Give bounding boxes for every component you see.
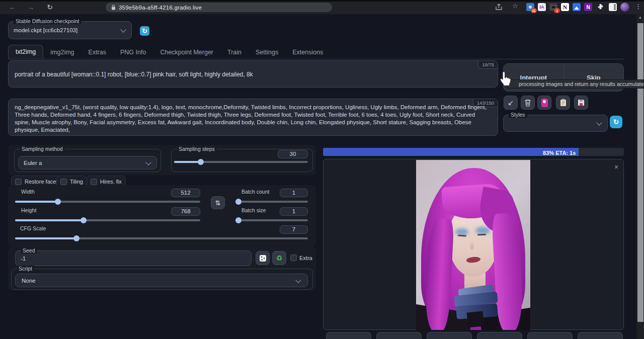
card-dot (543, 100, 546, 103)
tab-settings[interactable]: Settings (249, 46, 285, 59)
sampling-method-label: Sampling method (20, 146, 65, 152)
tiling-label: Tiling (70, 179, 83, 185)
gallery-action-button-stub[interactable] (376, 332, 422, 339)
tab-extras[interactable]: Extras (82, 46, 113, 59)
width-slider[interactable] (15, 199, 200, 205)
extension-notion-icon[interactable]: N (561, 3, 569, 11)
tiling-checkbox[interactable] (60, 179, 67, 185)
lock-icon (111, 5, 116, 10)
restore-faces-checkbox[interactable] (15, 179, 22, 185)
extra-networks-button[interactable] (537, 96, 551, 110)
swap-width-height-button[interactable]: ⇅ (211, 196, 225, 209)
sidebar-icon[interactable] (609, 3, 617, 11)
card-icon (541, 99, 548, 107)
browser-menu-icon[interactable]: ⋮ (635, 3, 641, 10)
progress-fill: 83% ETA: 1s (323, 148, 579, 156)
paste-generation-params-button[interactable]: ↙ (504, 96, 518, 110)
styles-refresh-button[interactable]: ↻ (610, 116, 622, 128)
reuse-seed-button[interactable]: ♻ (272, 251, 286, 265)
apply-style-button[interactable] (556, 96, 570, 110)
sampling-method-dropdown[interactable]: Euler a (18, 156, 157, 170)
checkpoint-label: Stable Diffusion checkpoint (14, 18, 81, 24)
batch-count-input[interactable]: 1 (280, 189, 308, 197)
tab-img2img[interactable]: img2img (43, 46, 81, 59)
script-value: None (22, 278, 36, 284)
height-slider[interactable] (15, 217, 200, 223)
extension-onenote-icon[interactable]: N (584, 3, 592, 11)
cfg-scale-slider[interactable] (15, 235, 308, 241)
chevron-down-icon (145, 159, 151, 165)
scrollbar-thumb[interactable] (637, 23, 643, 322)
width-input[interactable]: 512 (171, 189, 200, 197)
styles-dropdown[interactable]: Styles (503, 115, 608, 132)
profile-avatar[interactable] (620, 3, 629, 12)
bookmark-star-icon[interactable]: ☆ (512, 2, 518, 10)
prompt-text: portrait of a beautiful [woman::0.1] rob… (15, 71, 491, 78)
slider-thumb[interactable] (235, 199, 242, 205)
extension-photos-icon[interactable] (573, 3, 581, 11)
save-style-button[interactable] (574, 96, 588, 110)
generated-image[interactable] (416, 160, 530, 330)
extension-ia-icon[interactable]: IA (538, 3, 546, 11)
slider-thumb[interactable] (55, 199, 61, 205)
extensions-puzzle-icon[interactable] (597, 3, 604, 11)
extension-pin-icon[interactable]: 21 (526, 3, 534, 11)
batch-size-slider[interactable] (235, 217, 308, 223)
batch-count-slider[interactable] (235, 199, 308, 205)
reload-icon[interactable]: ↻ (44, 2, 55, 13)
extra-seed-label: Extra (299, 255, 312, 261)
height-input[interactable]: 768 (171, 207, 200, 216)
gallery-action-button-stub[interactable] (527, 332, 573, 339)
negative-prompt-textarea[interactable]: 143/150 ng_deepnegative_v1_75t, (worst q… (8, 99, 498, 136)
share-icon[interactable] (495, 4, 503, 11)
gallery-action-button-stub[interactable] (326, 332, 371, 339)
arrow-down-left-icon: ↙ (508, 99, 514, 107)
page-scrollbar[interactable]: ▲ (636, 14, 644, 339)
tab-txt2img[interactable]: txt2img (8, 45, 43, 59)
slider-fill (15, 219, 84, 221)
slider-thumb[interactable] (235, 217, 242, 223)
random-seed-button[interactable] (256, 251, 270, 265)
browser-tabstrip (0, 0, 644, 2)
slider-thumb[interactable] (73, 235, 79, 241)
hires-fix-checkbox[interactable] (91, 179, 97, 185)
chevron-down-icon (120, 27, 126, 32)
image-art-eyeshadow (475, 227, 490, 234)
cfg-scale-input[interactable]: 7 (280, 225, 308, 234)
back-icon[interactable]: ← (7, 2, 18, 13)
sampling-steps-label: Sampling steps (177, 146, 217, 152)
slider-fill (15, 237, 76, 239)
extra-seed-checkbox[interactable] (290, 255, 297, 261)
sampling-method-value: Euler a (24, 160, 42, 166)
extension-camera-icon[interactable]: 1 (549, 3, 557, 11)
batch-count-label: Batch count (239, 189, 271, 195)
sampling-steps-input[interactable]: 30 (278, 150, 308, 158)
forward-icon[interactable]: → (25, 2, 36, 13)
floppy-disk-icon (578, 99, 585, 106)
chevron-down-icon (295, 277, 301, 283)
slider-thumb[interactable] (198, 159, 204, 165)
close-preview-icon[interactable]: × (614, 163, 618, 171)
script-dropdown[interactable]: None (15, 274, 308, 287)
gallery-action-button-stub[interactable] (578, 332, 623, 339)
slider-track (235, 201, 308, 203)
hires-fix-label: Hires. fix (100, 179, 122, 185)
checkpoint-refresh-button[interactable]: ↻ (140, 26, 149, 36)
checkpoint-dropdown[interactable]: Stable Diffusion checkpoint model.ckpt [… (8, 21, 132, 39)
address-bar[interactable]: 359e5b9a-a5ff-4216.gradio.live (106, 3, 332, 12)
tab-extensions[interactable]: Extensions (285, 46, 330, 59)
clipboard-icon (560, 99, 567, 107)
slider-thumb[interactable] (80, 217, 87, 223)
gallery-action-button-stub[interactable] (477, 332, 522, 339)
batch-size-input[interactable]: 1 (280, 207, 308, 216)
clear-prompt-button[interactable] (521, 96, 535, 110)
sampling-steps-slider[interactable] (174, 159, 308, 165)
tab-png-info[interactable]: PNG Info (113, 46, 153, 59)
trash-icon (524, 99, 531, 107)
scrollbar-up-icon[interactable]: ▲ (636, 15, 644, 20)
prompt-textarea[interactable]: 19/75 portrait of a beautiful [woman::0.… (8, 60, 498, 88)
tab-checkpoint-merger[interactable]: Checkpoint Merger (153, 46, 220, 59)
seed-input[interactable]: Seed -1 (15, 250, 252, 266)
tab-train[interactable]: Train (220, 46, 249, 59)
gallery-action-button-stub[interactable] (427, 332, 472, 339)
